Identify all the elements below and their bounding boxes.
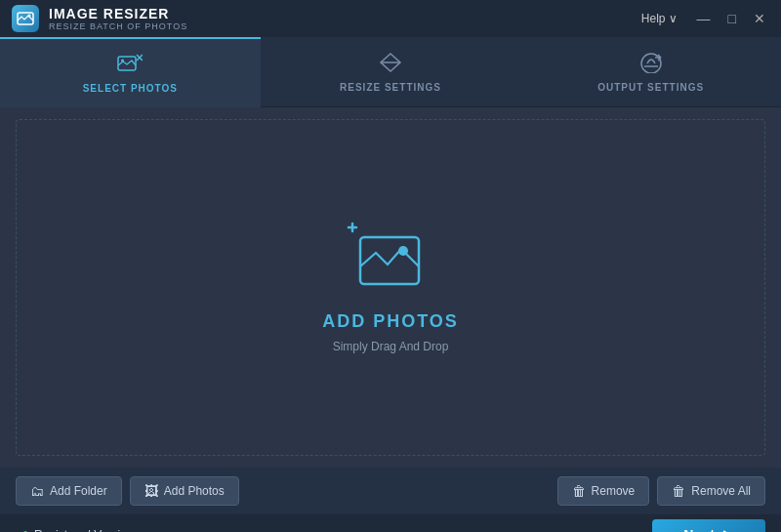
next-label: Next [683,527,715,532]
remove-all-label: Remove All [691,484,751,498]
tab-select-photos[interactable]: SELECT PHOTOS [0,37,261,106]
add-folder-button[interactable]: 🗂 Add Folder [16,476,122,506]
add-photos-btn-label: Add Photos [164,484,225,498]
next-button[interactable]: Next ▶ [652,519,765,532]
toolbar-right: 🗑 Remove 🗑 Remove All [557,476,765,506]
tab-resize-settings[interactable]: RESIZE SETTINGS [261,37,521,106]
title-bar: IMAGE RESIZER RESIZE BATCH OF PHOTOS Hel… [0,0,781,37]
remove-label: Remove [592,484,636,498]
app-subtitle: RESIZE BATCH OF PHOTOS [49,21,187,31]
registered-label: Registered Version [34,528,133,532]
output-settings-icon [639,52,663,76]
add-photos-button[interactable]: 🖼 Add Photos [130,476,239,506]
tab-output-settings-label: OUTPUT SETTINGS [597,82,704,93]
svg-point-1 [28,15,31,18]
help-label: Help [641,12,666,25]
footer: ✔ Registered Version Next ▶ [0,514,781,532]
tab-select-photos-label: SELECT PHOTOS [83,83,178,94]
add-folder-label: Add Folder [50,484,107,498]
app-title: IMAGE RESIZER [49,6,187,21]
bottom-toolbar: 🗂 Add Folder 🖼 Add Photos 🗑 Remove 🗑 Rem… [0,468,781,514]
remove-all-button[interactable]: 🗑 Remove All [657,476,765,506]
tab-output-settings[interactable]: OUTPUT SETTINGS [520,37,781,106]
svg-rect-9 [360,237,419,284]
registered-icon: ✔ [16,526,28,533]
select-photos-icon [117,53,143,77]
toolbar-left: 🗂 Add Folder 🖼 Add Photos [16,476,239,506]
app-title-block: IMAGE RESIZER RESIZE BATCH OF PHOTOS [49,6,187,31]
close-button[interactable]: ✕ [750,9,769,28]
tab-resize-settings-label: RESIZE SETTINGS [340,82,441,93]
remove-icon: 🗑 [572,483,586,499]
app-icon [12,5,39,32]
add-photos-icon [347,222,434,304]
drop-area[interactable]: ADD PHOTOS Simply Drag And Drop [16,119,765,456]
folder-icon: 🗂 [30,483,44,499]
maximize-button[interactable]: □ [724,9,740,28]
add-photos-label: ADD PHOTOS [322,311,459,332]
minimize-button[interactable]: — [693,9,715,28]
photos-icon: 🖼 [144,483,158,499]
drop-area-inner: ADD PHOTOS Simply Drag And Drop [322,222,459,353]
add-photos-subtitle: Simply Drag And Drop [333,340,449,353]
title-bar-right: Help ∨ — □ ✕ [641,9,769,28]
tabs-bar: SELECT PHOTOS RESIZE SETTINGS OUTPUT SET… [0,37,781,107]
window-controls: — □ ✕ [693,9,769,28]
resize-settings-icon [379,52,402,76]
next-arrow-icon: ▶ [723,527,735,532]
help-chevron-icon: ∨ [669,12,678,25]
title-bar-left: IMAGE RESIZER RESIZE BATCH OF PHOTOS [12,5,187,32]
remove-button[interactable]: 🗑 Remove [557,476,650,506]
registration-status: ✔ Registered Version [16,526,133,533]
svg-point-3 [121,59,124,61]
help-button[interactable]: Help ∨ [641,12,678,25]
svg-point-10 [398,246,408,256]
remove-all-icon: 🗑 [672,483,685,499]
